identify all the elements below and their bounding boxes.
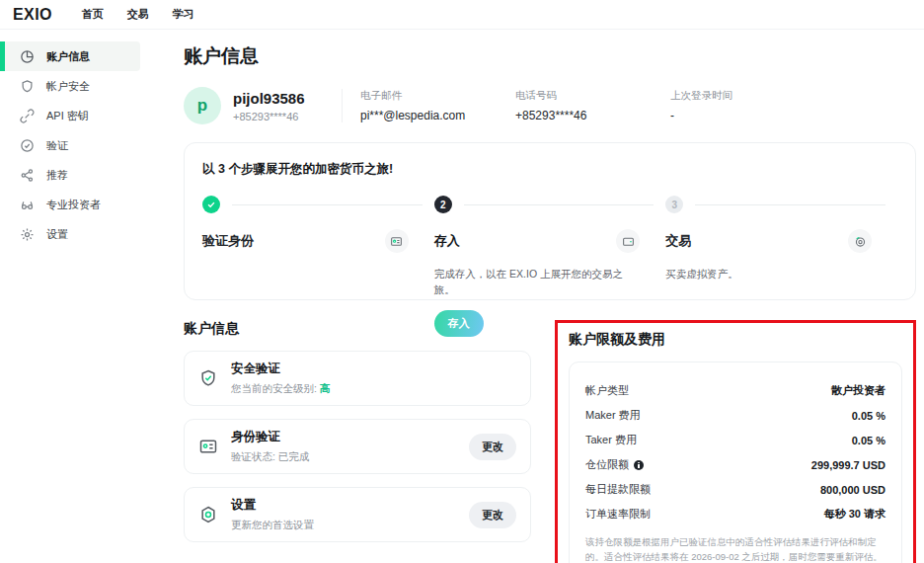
account-info-title: 账户信息 [184,320,531,338]
security-level-label: 您当前的安全级别: [231,382,320,394]
topnav-items: 首页 交易 学习 [82,7,194,22]
row-label: Maker 费用 [585,408,641,423]
sidebar-item-label: 专业投资者 [46,198,101,212]
row-value: 800,000 USD [820,484,886,496]
limits-row-daily-withdrawal: 每日提款限额 800,000 USD [585,482,886,497]
row-value: 每秒 30 请求 [824,507,886,522]
gear-icon [198,505,218,524]
row-value: 299,999.7 USD [811,459,886,471]
card-title: 设置 [231,497,314,514]
row-value: 散户投资者 [831,383,886,398]
sidebar-item-account-info[interactable]: 账户信息 [0,41,140,71]
step-indicator-1 [202,196,434,213]
limits-card: 帐户类型 散户投资者 Maker 费用 0.05 % Taker 费用 0.05… [569,362,902,563]
shield-icon [20,79,35,94]
sidebar-item-professional-investor[interactable]: 专业投资者 [0,190,140,219]
profile-divider [342,89,343,122]
field-value: pi***@lespedia.com [360,109,515,122]
card-subtitle: 更新您的首选设置 [231,519,314,532]
account-info-section: 账户信息 安全验证 您当前的安全级别: 高 身份验证 [184,320,531,563]
step-connector [695,204,886,205]
bottom-section: 账户信息 安全验证 您当前的安全级别: 高 身份验证 [184,320,916,563]
sidebar-item-verification[interactable]: 验证 [0,130,140,160]
gear-icon [20,227,35,242]
field-label: 上次登录时间 [670,89,825,103]
avatar: p [184,87,221,124]
step-number-badge: 2 [434,196,452,213]
steps-title: 以 3 个步骤展开您的加密货币之旅! [202,161,897,178]
card-text: 设置 更新您的首选设置 [231,497,314,532]
sidebar-item-label: 验证 [46,138,68,153]
row-value: 0.05 % [852,410,886,422]
exio-logo[interactable]: EXIO [13,6,52,24]
sidebar-item-label: 推荐 [46,168,68,183]
top-navbar: EXIO 首页 交易 学习 [0,0,924,30]
app-window: EXIO 首页 交易 学习 账户信息 帐户安全 API 密钥 [0,0,924,563]
name-block: pijol93586 +85293****46 [233,90,332,122]
row-label: 每日提款限额 [585,482,651,497]
step-connector [232,204,423,205]
step-title: 验证身份 [202,232,254,250]
field-label: 电子邮件 [360,89,515,103]
row-label: 仓位限额 [585,457,644,472]
card-title: 安全验证 [231,361,330,377]
card-text: 安全验证 您当前的安全级别: 高 [231,361,330,396]
sidebar-item-label: 帐户安全 [46,79,90,94]
row-label-text: 仓位限额 [585,457,629,472]
security-level-value: 高 [320,382,331,394]
nav-item-trade[interactable]: 交易 [127,7,149,22]
profile-field-last-login: 上次登录时间 - [670,89,825,122]
step-indicator-3: 3 [665,196,897,213]
coin-icon [848,229,872,253]
limits-title: 账户限额及费用 [569,331,902,349]
limits-highlight-box: 账户限额及费用 帐户类型 散户投资者 Maker 费用 0.05 % Taker… [555,320,916,563]
nav-item-home[interactable]: 首页 [82,7,104,22]
profile-field-phone: 电话号码 +85293****46 [515,89,670,122]
identity-verification-card[interactable]: 身份验证 验证状态: 已完成 更改 [184,419,531,474]
field-value: - [670,109,825,122]
security-verification-card[interactable]: 安全验证 您当前的安全级别: 高 [184,351,531,406]
field-label: 电话号码 [515,89,670,103]
wallet-icon [616,229,640,253]
row-label: 订单速率限制 [585,507,651,522]
step-number-badge: 3 [665,196,683,213]
check-circle-icon [20,138,35,153]
change-identity-button[interactable]: 更改 [469,434,516,460]
row-label: Taker 费用 [585,433,637,447]
info-icon[interactable] [634,460,644,470]
step-title: 存入 [434,232,460,250]
sidebar-item-account-security[interactable]: 帐户安全 [0,71,140,101]
nav-item-learn[interactable]: 学习 [173,7,194,22]
sidebar-item-label: 账户信息 [46,49,90,64]
step-connector [464,204,654,205]
step-description: 完成存入，以在 EX.IO 上展开您的交易之旅。 [434,267,641,298]
phone-masked: +85293****46 [233,111,332,122]
row-value: 0.05 % [852,435,886,446]
sidebar-item-referral[interactable]: 推荐 [0,160,140,190]
link-icon [20,109,35,123]
onboarding-steps-card: 以 3 个步骤展开您的加密货币之旅! 2 3 [184,142,916,300]
sidebar-item-settings[interactable]: 设置 [0,219,140,249]
sidebar-item-label: API 密钥 [46,109,89,123]
limits-row-taker-fee: Taker 费用 0.05 % [585,433,886,447]
sidebar-item-label: 设置 [46,227,68,242]
step-description: 买卖虚拟资产。 [665,267,872,282]
limits-row-maker-fee: Maker 费用 0.05 % [585,408,886,423]
main-content: 账户信息 p pijol93586 +85293****46 电子邮件 pi**… [156,30,924,563]
limits-row-order-rate: 订单速率限制 每秒 30 请求 [585,507,886,522]
limits-row-position-limit: 仓位限额 299,999.7 USD [585,457,886,472]
profile-summary: p pijol93586 +85293****46 电子邮件 pi***@les… [184,87,916,124]
settings-card[interactable]: 设置 更新您的首选设置 更改 [184,487,531,542]
step-indicator-2: 2 [434,196,666,213]
steps-indicator-row: 2 3 [202,196,897,213]
shield-check-icon [198,368,218,388]
limits-disclaimer: 该持仓限额是根据用户已验证信息中的适合性评估结果进行评估和制定的。适合性评估结果… [585,534,886,563]
sidebar: 账户信息 帐户安全 API 密钥 验证 推荐 [0,30,156,563]
pie-chart-icon [20,49,35,64]
limits-row-account-type: 帐户类型 散户投资者 [585,383,886,398]
card-text: 身份验证 验证状态: 已完成 [231,429,309,464]
card-subtitle: 您当前的安全级别: 高 [231,382,330,396]
change-settings-button[interactable]: 更改 [469,502,516,528]
field-value: +85293****46 [515,109,670,122]
sidebar-item-api-keys[interactable]: API 密钥 [0,101,140,130]
